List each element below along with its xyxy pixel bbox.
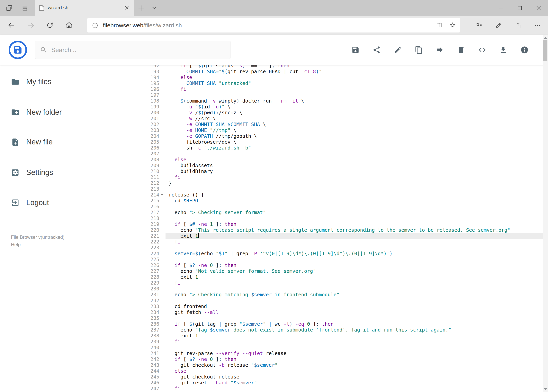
code-line[interactable]: 221 exit 1 [140, 233, 542, 239]
browser-tab[interactable]: wizard.sh [35, 0, 134, 16]
delete-button[interactable] [457, 46, 465, 54]
code-line[interactable]: 233 cd frontend [140, 303, 542, 309]
help-link[interactable]: Help [11, 241, 64, 249]
code-line[interactable]: 197 [140, 92, 542, 98]
sidebar-item-my-files[interactable]: My files [0, 67, 140, 97]
download-button[interactable] [499, 46, 507, 54]
code-line[interactable]: 214release () { [140, 192, 542, 198]
copy-button[interactable] [415, 46, 423, 54]
code-line[interactable]: 218 [140, 215, 542, 221]
code-line[interactable]: 236 if [ $(git tag | grep "$semver" | wc… [140, 321, 542, 327]
code-line[interactable]: 222 fi [140, 239, 542, 245]
code-line[interactable]: 247 fi [140, 385, 542, 392]
filebrowser-logo[interactable] [9, 41, 27, 59]
code-line[interactable]: 245 git checkout release [140, 374, 542, 380]
scroll-down-arrow-icon[interactable] [544, 388, 547, 390]
maximize-button[interactable] [510, 0, 529, 16]
code-line[interactable]: 235 [140, 315, 542, 321]
code-line[interactable]: 229 fi [140, 280, 542, 286]
sidebar-item-settings[interactable]: Settings [0, 157, 140, 188]
code-line[interactable]: 213 [140, 186, 542, 192]
refresh-button[interactable] [42, 18, 57, 33]
back-button[interactable] [4, 18, 19, 33]
code-line[interactable]: 234 git fetch --all [140, 309, 542, 315]
new-tab-button[interactable] [134, 0, 147, 16]
minimize-button[interactable] [492, 0, 510, 16]
share-page-button[interactable] [510, 18, 526, 33]
code-line[interactable]: 210 buildBinary [140, 168, 542, 174]
code-line[interactable]: 198 $(command -v winpty) docker run --rm… [140, 98, 542, 104]
vertical-scrollbar[interactable] [542, 35, 548, 392]
code-line[interactable]: 231 echo "> Checking matching $semver in… [140, 292, 542, 297]
code-line[interactable]: 244 else [140, 368, 542, 374]
code-line[interactable]: 216 [140, 203, 542, 210]
code-line[interactable]: 227 echo "Not valid semver format. See s… [140, 268, 542, 274]
close-window-button[interactable] [529, 0, 548, 16]
sidebar-item-new-file[interactable]: New file [0, 127, 140, 157]
add-favorite-button[interactable] [447, 20, 458, 31]
sidebar-item-new-folder[interactable]: New folder [0, 97, 140, 127]
code-line[interactable]: 238 exit 1 [140, 333, 542, 339]
code-line[interactable]: 228 exit 1 [140, 274, 542, 280]
sidebar-item-logout[interactable]: Logout [0, 188, 140, 218]
code-line[interactable]: 230 [140, 286, 542, 292]
code-line[interactable]: 240 [140, 344, 542, 350]
code-line[interactable]: 224 semver=$(echo "$1" | grep -P '^v(0|[… [140, 251, 542, 256]
code-line[interactable]: 242 if [ $? -ne 0 ]; then [140, 356, 542, 362]
code-line[interactable]: 196 fi [140, 86, 542, 92]
tabs-set-aside-icon[interactable] [20, 3, 30, 13]
tab-preview-chevron-icon[interactable] [147, 0, 161, 16]
code-line[interactable]: 195 COMMIT_SHA="untracked" [140, 80, 542, 86]
code-line[interactable]: 217 echo "> Checking semver format" [140, 210, 542, 215]
code-line[interactable]: 192 if [ "$(git status -s)" == "" ]; the… [140, 65, 542, 69]
code-line[interactable]: 207 [140, 151, 542, 157]
fold-arrow-icon[interactable] [160, 194, 164, 196]
code-line[interactable]: 203 -e HOME="//tmp" \ [140, 127, 542, 133]
code-line[interactable]: 199 -u "$(id -u)" \ [140, 104, 542, 110]
set-tabs-aside-icon[interactable] [4, 3, 14, 13]
scrollbar-thumb[interactable] [543, 40, 548, 61]
code-line[interactable]: 211 fi [140, 174, 542, 180]
code-line[interactable]: 246 git reset --hard "$semver" [140, 380, 542, 385]
code-line[interactable]: 223 [140, 245, 542, 251]
code-line[interactable]: 204 -e GOPATH=//tmp/gopath \ [140, 133, 542, 139]
code-line[interactable]: 215 cd $REPO [140, 198, 542, 203]
reading-view-button[interactable] [434, 20, 444, 31]
code-line[interactable]: 202 -e COMMIT_SHA=$COMMIT_SHA \ [140, 121, 542, 127]
site-info-icon[interactable] [90, 21, 100, 30]
code-line[interactable]: 200 -v /$(pwd):/src:z \ [140, 110, 542, 115]
move-button[interactable] [436, 46, 444, 54]
address-bar[interactable]: filebrowser.web/files/wizard.sh [87, 18, 460, 33]
code-line[interactable]: 201 -w //src \ [140, 115, 542, 121]
code-line[interactable]: 208 else [140, 157, 542, 162]
share-button[interactable] [372, 46, 381, 54]
code-line[interactable]: 206 sh -c "./wizard.sh -b" [140, 145, 542, 151]
raw-code-button[interactable] [478, 46, 486, 54]
code-line[interactable]: 237 echo "Tag $semver does not exist in … [140, 327, 542, 333]
code-line[interactable]: 226 if [ $? -ne 0 ]; then [140, 262, 542, 268]
code-line[interactable]: 219 if [ $# -ne 1 ]; then [140, 221, 542, 227]
edit-button[interactable] [393, 46, 402, 54]
code-line[interactable]: 220 echo "This release script requires a… [140, 227, 542, 233]
more-options-button[interactable] [530, 18, 545, 33]
code-editor[interactable]: 192 if [ "$(git status -s)" == "" ]; the… [140, 65, 542, 392]
tab-close-icon[interactable] [123, 4, 130, 11]
code-line[interactable]: 205 filebrowser/dev \ [140, 139, 542, 145]
search-input[interactable] [51, 46, 225, 53]
forward-button[interactable] [23, 18, 38, 33]
code-line[interactable]: 241 git rev-parse --verify --quiet relea… [140, 350, 542, 356]
home-button[interactable] [62, 18, 76, 33]
code-line[interactable]: 239 fi [140, 339, 542, 344]
code-line[interactable]: 212} [140, 180, 542, 186]
hub-favorites-button[interactable] [471, 18, 487, 33]
code-line[interactable]: 193 COMMIT_SHA="$(git rev-parse HEAD | c… [140, 69, 542, 74]
code-line[interactable]: 225 [140, 256, 542, 262]
web-note-button[interactable] [491, 18, 506, 33]
code-line[interactable]: 243 git checkout -b release "$semver" [140, 362, 542, 368]
code-line[interactable]: 194 else [140, 74, 542, 80]
search-box[interactable] [35, 41, 230, 59]
info-button[interactable] [520, 46, 528, 54]
code-line[interactable]: 232 [140, 297, 542, 303]
code-line[interactable]: 209 buildAssets [140, 162, 542, 168]
scroll-up-arrow-icon[interactable] [544, 37, 547, 39]
